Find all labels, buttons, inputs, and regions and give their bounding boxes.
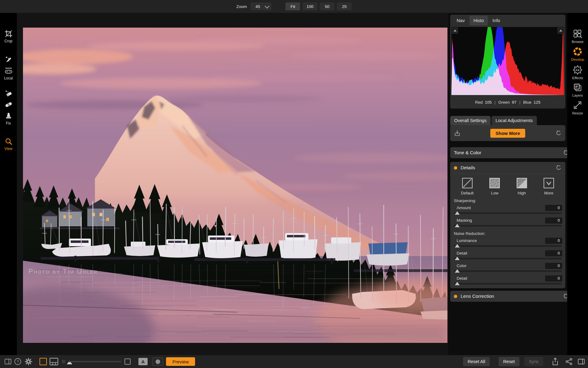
perfect-eraser-tool[interactable] [0,90,17,98]
slider-handle[interactable] [455,224,460,227]
slider-value[interactable]: 0 [545,275,562,282]
show-more-button[interactable]: Show More [490,129,525,138]
lens-correction-section[interactable]: Lens Correction [450,291,573,302]
accessibility-badge[interactable]: A [138,358,148,365]
export-icon [551,357,559,366]
view-tool[interactable]: View [0,137,17,151]
zoom-fit-button[interactable]: Fit [285,2,300,10]
circle-icon [156,359,160,364]
toggle-right-panel-button[interactable] [578,358,585,365]
detail2-slider[interactable] [454,283,562,285]
zoom-100-button[interactable]: 100 [303,2,317,10]
crop-icon [5,30,13,38]
amount-slider[interactable] [454,213,562,214]
mask-view-button[interactable] [152,358,163,366]
masking-slider[interactable] [454,225,562,227]
help-button[interactable]: ? [14,358,21,365]
crop-tool[interactable]: Crop [0,30,17,43]
slider-value[interactable]: 0 [545,250,562,256]
module-layers[interactable]: Layers [567,83,588,97]
preset-low[interactable]: Low [489,177,500,195]
detail-slider[interactable] [454,258,562,260]
tone-color-section[interactable]: Tone & Color [450,147,573,158]
zoom-preset-group: Fit 100 50 25 [285,2,352,10]
effects-label: Effects [572,76,583,80]
import-icon [454,130,461,136]
slider-handle[interactable] [455,211,460,215]
highlight-clipping-indicator[interactable] [558,28,564,33]
healing-brush-tool[interactable] [0,101,17,109]
settings-tab-bar: Overall Settings Local Adjustments [450,116,537,125]
zoom-25-button[interactable]: 25 [337,2,352,10]
module-effects[interactable]: FX Effects [567,65,588,80]
crop-tool-label: Crop [4,39,12,43]
photo-watermark: Photo by Tim Uhler [28,267,98,275]
slider-handle[interactable] [455,269,460,273]
default-preset-icon [462,177,473,189]
develop-icon [573,47,582,56]
image-canvas: Photo by Tim Uhler [17,13,448,355]
right-panel: Nav Histo Info Red 105 | Green 97 | Blue… [448,13,567,355]
view-icon [5,137,13,145]
clone-stamp-tool[interactable]: Fix [0,112,17,125]
slider-handle[interactable] [455,244,460,247]
module-resize[interactable]: Resize [567,101,588,115]
sync-button[interactable]: Sync [524,357,543,366]
preset-label: Low [491,191,499,195]
slider-value[interactable]: 0 [545,263,562,269]
local-brush-tool[interactable] [0,55,17,63]
module-strip: Browse Develop FX Effects Layers Resize [567,13,588,355]
shadow-clipping-indicator[interactable] [452,28,458,33]
reset-button[interactable]: Reset [499,357,519,366]
details-header[interactable]: Details [450,162,565,174]
slider-handle[interactable] [455,282,460,285]
healing-brush-icon [5,101,13,109]
filmstrip-zoom-slider[interactable] [69,361,121,362]
settings-button[interactable] [24,358,32,366]
help-icon: ? [14,358,21,365]
zoom-level-dropdown[interactable]: 45 [251,2,271,10]
tab-histo[interactable]: Histo [469,16,488,25]
module-browse[interactable]: Browse [567,29,588,44]
effects-icon: FX [573,65,582,75]
compare-view-button[interactable] [124,358,131,365]
preview-button[interactable]: Preview [166,357,195,366]
reset-all-button[interactable]: Reset All [463,357,490,366]
reset-presets-button[interactable] [556,130,562,136]
preset-default[interactable]: Default [461,177,473,195]
preset-more[interactable]: More [543,177,555,195]
panel-left-icon [4,358,12,365]
zoom-50-button[interactable]: 50 [320,2,334,10]
local-brush-icon [5,55,13,63]
luminance-slider[interactable] [454,245,562,247]
tab-nav[interactable]: Nav [453,16,469,25]
import-preset-button[interactable] [454,130,461,136]
toggle-left-panel-button[interactable] [4,358,12,365]
slider-value[interactable]: 0 [545,205,562,211]
slider-value[interactable]: 0 [545,217,562,224]
gear-icon [24,358,32,366]
filmstrip-view-button[interactable] [49,358,58,366]
slider-label: Amount [457,205,471,210]
share-nodes-icon [565,358,573,366]
slider-handle[interactable] [455,257,460,260]
tab-info[interactable]: Info [488,16,504,25]
tab-overall-settings[interactable]: Overall Settings [450,116,491,125]
blue-label: Blue [523,100,531,105]
enabled-indicator-icon[interactable] [454,295,457,298]
enabled-indicator-icon[interactable] [454,166,457,170]
browse-label: Browse [572,40,583,44]
triangle-icon [559,29,562,32]
share-button[interactable] [565,358,573,366]
tab-local-adjustments[interactable]: Local Adjustments [492,116,537,125]
preset-high[interactable]: High [516,177,528,195]
reset-details-button[interactable] [556,165,562,171]
export-button[interactable] [551,357,559,366]
slider-value[interactable]: 0 [545,238,562,244]
module-develop[interactable]: Develop [567,47,588,61]
green-value: 97 [512,100,517,105]
local-adjustments-tool[interactable]: Local [0,67,17,80]
slider-row-detail2: Detail 0 [450,275,565,282]
single-view-button[interactable] [40,358,47,365]
color-slider[interactable] [454,270,562,272]
